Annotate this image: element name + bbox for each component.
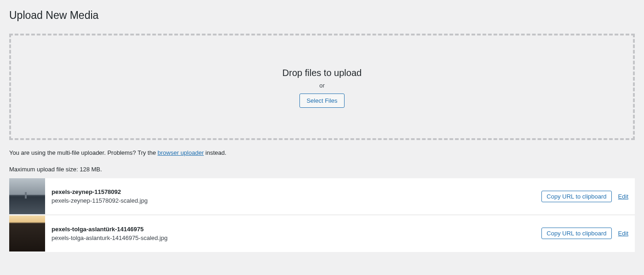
max-upload-size: Maximum upload file size: 128 MB. xyxy=(9,166,635,173)
uploader-note-suffix: instead. xyxy=(204,149,226,156)
copy-url-button[interactable]: Copy URL to clipboard xyxy=(541,191,611,202)
media-actions: Copy URL to clipboard Edit xyxy=(541,228,635,239)
media-actions: Copy URL to clipboard Edit xyxy=(541,191,635,202)
edit-link[interactable]: Edit xyxy=(618,230,628,237)
copy-url-button[interactable]: Copy URL to clipboard xyxy=(541,228,611,239)
media-item: pexels-tolga-aslantürk-14146975 pexels-t… xyxy=(9,215,635,252)
drop-or-text: or xyxy=(11,82,633,89)
uploader-note-prefix: You are using the multi-file uploader. P… xyxy=(9,149,158,156)
media-title: pexels-tolga-aslantürk-14146975 xyxy=(52,226,535,233)
media-thumbnail xyxy=(9,216,45,252)
upload-dropzone[interactable]: Drop files to upload or Select Files xyxy=(9,34,635,140)
select-files-button[interactable]: Select Files xyxy=(299,94,344,108)
media-filename: pexels-tolga-aslanturk-14146975-scaled.j… xyxy=(52,234,535,241)
media-filename: pexels-zeynep-11578092-scaled.jpg xyxy=(52,197,535,204)
media-info: pexels-tolga-aslantürk-14146975 pexels-t… xyxy=(45,220,541,247)
edit-link[interactable]: Edit xyxy=(618,193,628,200)
uploaded-media-list: pexels-zeynep-11578092 pexels-zeynep-115… xyxy=(9,178,635,252)
uploader-note: You are using the multi-file uploader. P… xyxy=(9,148,635,158)
media-item: pexels-zeynep-11578092 pexels-zeynep-115… xyxy=(9,178,635,215)
media-title: pexels-zeynep-11578092 xyxy=(52,188,535,195)
media-thumbnail xyxy=(9,178,45,214)
browser-uploader-link[interactable]: browser uploader xyxy=(158,149,204,156)
page-title: Upload New Media xyxy=(9,5,635,24)
media-info: pexels-zeynep-11578092 pexels-zeynep-115… xyxy=(45,183,541,210)
drop-instructions: Drop files to upload xyxy=(11,68,633,78)
